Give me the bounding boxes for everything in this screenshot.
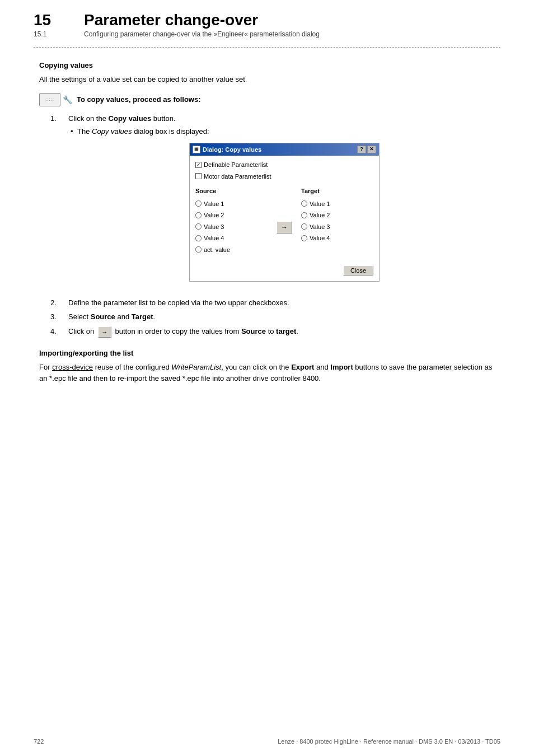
target-radio-2[interactable] bbox=[301, 212, 307, 218]
dialog-close-btn[interactable]: Close bbox=[343, 265, 373, 276]
dialog-title-icon: ▣ bbox=[193, 146, 200, 153]
dialog-columns: Source Value 1 Value 2 bbox=[195, 186, 373, 256]
target-radio-3[interactable] bbox=[301, 223, 307, 230]
tool-icon: ::::: 🔧 bbox=[39, 93, 72, 106]
source-radio-2[interactable] bbox=[195, 212, 202, 218]
dashed-divider bbox=[34, 47, 500, 48]
dialog-footer: Close bbox=[195, 262, 373, 276]
target-value3-row: Value 3 bbox=[301, 222, 373, 232]
target-value2-label: Value 2 bbox=[310, 211, 330, 220]
target-value2-row: Value 2 bbox=[301, 211, 373, 220]
content-area: Copying values All the settings of a val… bbox=[34, 61, 500, 384]
dialog-titlebar-left: ▣ Dialog: Copy values bbox=[193, 145, 261, 155]
checkbox-2[interactable] bbox=[195, 173, 202, 179]
dialog-controls: ? ✕ bbox=[357, 146, 376, 153]
dialog-close-button[interactable]: ✕ bbox=[367, 146, 376, 153]
step-2-content: Define the parameter list to be copied v… bbox=[68, 298, 500, 307]
source-value1-row: Value 1 bbox=[195, 199, 268, 209]
chapter-name: Parameter change-over bbox=[84, 11, 258, 29]
arrow-column: → bbox=[273, 186, 296, 256]
footer-info: Lenze · 8400 protec HighLine · Reference… bbox=[278, 738, 500, 745]
source-value4-row: Value 4 bbox=[195, 234, 268, 243]
source-column: Source Value 1 Value 2 bbox=[195, 186, 268, 256]
inline-arrow-btn[interactable]: → bbox=[98, 326, 111, 338]
dialog-name-italic: Copy values bbox=[92, 127, 132, 136]
source-bold: Source bbox=[91, 312, 115, 321]
step-1-text: Click on the Copy values button. bbox=[68, 114, 176, 123]
page-footer: 722 Lenze · 8400 protec HighLine · Refer… bbox=[34, 738, 500, 745]
writeparamlist-italic: WriteParamList bbox=[171, 363, 221, 371]
section-text: Configuring parameter change-over via th… bbox=[84, 30, 320, 38]
dialog-titlebar: ▣ Dialog: Copy values ? ✕ bbox=[190, 143, 379, 156]
source-bold-2: Source bbox=[241, 327, 266, 335]
target-bold: Target bbox=[132, 312, 153, 321]
cross-device-text: cross-device bbox=[52, 363, 93, 371]
dialog-title-text: Dialog: Copy values bbox=[203, 145, 261, 155]
step-1-num: 1. bbox=[50, 113, 62, 290]
step-3: 3. Select Source and Target. bbox=[50, 312, 500, 321]
section1-intro: All the settings of a value set can be c… bbox=[39, 74, 500, 85]
source-value2-row: Value 2 bbox=[195, 211, 268, 220]
instruction-bold: To copy values, proceed as follows: bbox=[77, 95, 201, 104]
dialog-help-button[interactable]: ? bbox=[357, 146, 366, 153]
source-value4-label: Value 4 bbox=[204, 234, 224, 243]
dialog-body: ✓ Definable Parameterlist Motor data Par… bbox=[190, 156, 379, 281]
source-radio-act[interactable] bbox=[195, 246, 202, 253]
step-2: 2. Define the parameter list to be copie… bbox=[50, 298, 500, 307]
person-icon: 🔧 bbox=[63, 95, 72, 104]
step-1-bold: Copy values bbox=[109, 114, 152, 123]
step-4-num: 4. bbox=[50, 327, 62, 335]
checkbox-2-label: Motor data Parameterlist bbox=[204, 172, 271, 181]
target-header: Target bbox=[301, 186, 373, 196]
page-number: 722 bbox=[34, 738, 44, 745]
section2-text: For cross-device reuse of the configured… bbox=[39, 362, 500, 384]
steps-list: 1. Click on the Copy values button. The … bbox=[39, 113, 500, 290]
source-radio-4[interactable] bbox=[195, 235, 202, 241]
target-bold-2: target bbox=[276, 327, 296, 335]
dialog-box: ▣ Dialog: Copy values ? ✕ bbox=[189, 143, 380, 282]
tool-dots: ::::: bbox=[45, 97, 54, 102]
target-radio-1[interactable] bbox=[301, 200, 307, 207]
step-3-content: Select Source and Target. bbox=[68, 312, 500, 321]
source-value3-label: Value 3 bbox=[204, 222, 224, 232]
step-4: 4. Click on → button in order to copy th… bbox=[50, 326, 500, 338]
target-column: Target Value 1 Value 2 bbox=[301, 186, 373, 256]
chapter-number: 15 bbox=[34, 11, 67, 29]
source-actvalue-row: act. value bbox=[195, 245, 268, 255]
export-bold: Export bbox=[291, 363, 314, 371]
icon-instruction-row: ::::: 🔧 To copy values, proceed as follo… bbox=[39, 93, 500, 106]
step-1: 1. Click on the Copy values button. The … bbox=[50, 113, 500, 290]
step-2-num: 2. bbox=[50, 298, 62, 307]
target-value4-row: Value 4 bbox=[301, 234, 373, 243]
checkbox-row-1: ✓ Definable Parameterlist bbox=[195, 160, 373, 170]
step-1-bullet: The Copy values dialog box is displayed: bbox=[68, 126, 500, 137]
import-bold: Import bbox=[330, 363, 353, 371]
tool-icon-box: ::::: bbox=[39, 93, 60, 106]
step-3-num: 3. bbox=[50, 312, 62, 321]
checkbox-1[interactable]: ✓ bbox=[195, 162, 202, 168]
target-value4-label: Value 4 bbox=[310, 234, 330, 243]
page-header: 15 Parameter change-over 15.1 Configurin… bbox=[34, 11, 500, 38]
target-value3-label: Value 3 bbox=[310, 222, 330, 232]
section2-heading: Importing/exporting the list bbox=[39, 349, 500, 357]
dialog-wrapper: ▣ Dialog: Copy values ? ✕ bbox=[68, 143, 500, 282]
step-4-content: Click on → button in order to copy the v… bbox=[68, 326, 500, 338]
section-number: 15.1 bbox=[34, 30, 67, 38]
additional-steps: 2. Define the parameter list to be copie… bbox=[39, 298, 500, 338]
source-value2-label: Value 2 bbox=[204, 211, 224, 220]
section1-heading: Copying values bbox=[39, 61, 500, 69]
source-value3-row: Value 3 bbox=[195, 222, 268, 232]
source-radio-1[interactable] bbox=[195, 200, 202, 207]
copy-arrow-button[interactable]: → bbox=[277, 221, 292, 234]
source-radio-3[interactable] bbox=[195, 223, 202, 230]
target-value1-label: Value 1 bbox=[310, 199, 330, 209]
target-radio-4[interactable] bbox=[301, 235, 307, 241]
source-value1-label: Value 1 bbox=[204, 199, 224, 209]
source-header: Source bbox=[195, 186, 268, 196]
step-1-content: Click on the Copy values button. The Cop… bbox=[68, 113, 500, 290]
target-value1-row: Value 1 bbox=[301, 199, 373, 209]
checkbox-row-2: Motor data Parameterlist bbox=[195, 172, 373, 181]
source-actvalue-label: act. value bbox=[204, 245, 230, 255]
checkbox-1-label: Definable Parameterlist bbox=[204, 160, 268, 170]
